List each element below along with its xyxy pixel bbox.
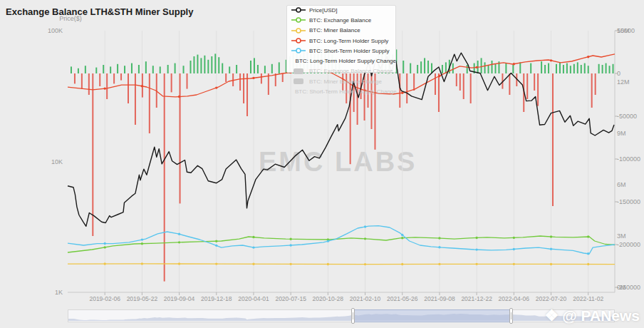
panews-brand-text: @ PANews (562, 307, 640, 324)
panews-logo-icon: ❖ (544, 307, 559, 325)
legend-item[interactable]: BTC: Exchange Balance (286, 15, 396, 25)
chart-window: Exchange Balance LTH&STH Miner Supply Pr… (0, 0, 644, 328)
datazoom-left-handle[interactable] (351, 308, 355, 324)
bar-marker-icon (291, 78, 306, 85)
right-change-tick: -50000 (617, 113, 637, 120)
right-supply-tick: 12M (617, 78, 630, 86)
panews-brand: ❖ @ PANews (544, 307, 640, 325)
left-axis-tick: 10K (33, 158, 63, 165)
legend-item[interactable]: Price[USD] (286, 5, 396, 15)
line-marker-icon (291, 27, 306, 34)
right-change-tick: -250000 (617, 284, 640, 291)
right-change-tick: 0 (617, 70, 620, 77)
legend-item-label: BTC: Short-Term Holder Supply (309, 48, 389, 54)
line-marker-icon (291, 37, 306, 44)
right-change-tick: 50000 (617, 27, 635, 34)
datazoom-selection[interactable] (353, 309, 511, 322)
line-marker-icon (291, 6, 306, 14)
right-supply-tick: 6M (617, 181, 626, 188)
right-change-tick: -150000 (617, 198, 640, 205)
datazoom-minimap (68, 310, 614, 322)
legend-item[interactable]: BTC: Exchange Balance Change (286, 66, 396, 76)
legend: Price[USD]BTC: Exchange BalanceBTC: Mine… (286, 5, 396, 97)
legend-item-label: BTC: Short-Term Holder Supply Change (295, 88, 397, 95)
legend-item[interactable]: BTC: Short-Term Holder Supply (286, 46, 396, 56)
right-supply-tick: 9M (617, 130, 626, 137)
right-change-tick: -200000 (617, 241, 640, 248)
left-axis-tick: 100K (33, 27, 63, 34)
legend-item[interactable]: BTC: Miner Balance Change (286, 76, 396, 86)
line-marker-icon (291, 47, 306, 54)
legend-item-label: BTC: Exchange Balance Change (309, 68, 393, 74)
legend-item[interactable]: BTC: Short-Term Holder Supply Change (286, 86, 396, 96)
legend-item-label: Price[USD] (309, 7, 338, 14)
bar-marker-icon (291, 68, 306, 75)
legend-item-label: BTC: Miner Balance (309, 27, 360, 34)
legend-item-label: BTC: Long-Term Holder Supply Change (296, 58, 396, 64)
bar-marker-icon (291, 58, 292, 65)
datazoom-right-handle[interactable] (509, 308, 513, 324)
left-axis-tick: 1K (33, 289, 63, 296)
legend-item-label: BTC: Miner Balance Change (309, 78, 382, 85)
right-supply-tick: 3M (617, 232, 626, 240)
legend-item[interactable]: BTC: Long-Term Holder Supply Change (286, 56, 396, 66)
x-axis-tick: 2022-11-02 (565, 295, 612, 302)
legend-item[interactable]: BTC: Long-Term Holder Supply (286, 36, 396, 46)
legend-item[interactable]: BTC: Miner Balance (286, 26, 396, 36)
right-change-tick: -100000 (617, 155, 640, 163)
datazoom-slider[interactable] (68, 309, 615, 322)
legend-item-label: BTC: Long-Term Holder Supply (309, 38, 388, 44)
legend-item-label: BTC: Exchange Balance (309, 17, 371, 24)
line-marker-icon (291, 16, 306, 24)
